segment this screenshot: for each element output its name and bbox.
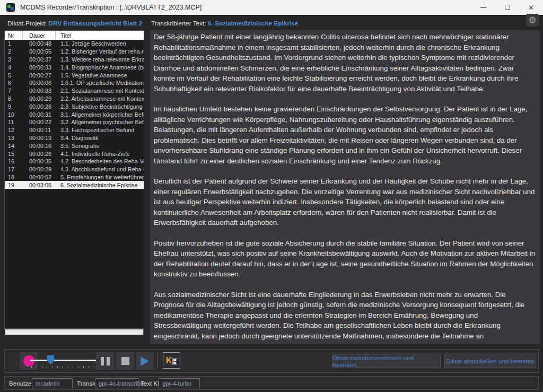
table-row[interactable]: 600:00:061.6.1. OP spezifische Medikatio… [5, 79, 144, 87]
transcript-label: Transkribierter Text: [151, 20, 206, 27]
cell-nr: 6 [5, 79, 23, 87]
user-field[interactable]: mcadmin [32, 378, 73, 388]
transcript-section-title: 6. Sozialmedizinische Epikrise [208, 20, 298, 27]
cell-nr: 9 [5, 102, 23, 110]
minimize-button[interactable] [471, 0, 495, 15]
transcript-paragraph: Positiv hervorzuheben ist die gute sozia… [154, 238, 536, 280]
cell-nr: 19 [5, 181, 23, 189]
cell-dauer: 00:00:37 [23, 56, 56, 64]
table-row[interactable]: 100:00:481.1. Jetzige Beschwerden [5, 40, 144, 48]
cell-dauer: 00:00:22 [23, 118, 56, 126]
cell-titel: 2.3. Subjektive Beeinträchtigung der Akt… [56, 102, 144, 110]
close-button[interactable]: ✕ [519, 0, 543, 15]
cell-dauer: 00:00:55 [23, 48, 56, 56]
cell-nr: 17 [5, 165, 23, 173]
table-row[interactable]: 1100:00:223.2. Allgemeiner psychischer B… [5, 118, 144, 126]
table-row[interactable]: 1400:00:163.5. Sonografie [5, 142, 144, 150]
cell-titel: 4.3. Abschlussbefund und Reha-Ergebnis [56, 165, 144, 173]
column-header-dauer[interactable]: Dauer [23, 31, 56, 40]
table-row[interactable]: 1800:00:525. Empfehlungen für weiterführ… [5, 173, 144, 181]
cell-titel: 1.6.1. OP spezifische Medikation [56, 79, 144, 87]
maximize-icon [505, 5, 510, 10]
transcript-paragraph: Der 58-jährige Patient mit einer langjäh… [154, 32, 536, 94]
cell-titel: 2.2. Arbeitsanamnese mit Kontextfaktoren [56, 95, 144, 103]
table-row[interactable]: 200:00:551.2. Bisheriger Verlauf der reh… [5, 48, 144, 56]
transcript-paragraph: Aus sozialmedizinischer Sicht ist eine d… [154, 290, 536, 344]
cell-dauer: 00:00:29 [23, 95, 56, 103]
maximize-button[interactable] [495, 0, 519, 15]
cell-dauer: 00:00:16 [23, 142, 56, 150]
cell-nr: 13 [5, 134, 23, 142]
slider-thumb[interactable] [47, 355, 54, 364]
transcriber-field[interactable]: gpt-4o-transcribe [95, 378, 138, 388]
table-horizontal-scrollbar[interactable] [5, 329, 144, 335]
table-row[interactable]: 900:00:262.3. Subjektive Beeinträchtigun… [5, 102, 144, 110]
table-row[interactable]: 700:00:332.1. Sozialanamnese mit Kontext… [5, 87, 144, 95]
cell-dauer: 00:00:27 [23, 71, 56, 79]
cell-titel: 1.5. Vegetative Anamnese [56, 71, 144, 79]
stop-icon [121, 357, 129, 365]
cell-nr: 11 [5, 118, 23, 126]
app-icon [6, 3, 15, 12]
cell-dauer: 00:00:48 [23, 40, 56, 48]
table-row[interactable]: 1500:00:264.1. Individuelle Reha-Ziele [5, 150, 144, 158]
transcript-text[interactable]: Der 58-jährige Patient mit einer langjäh… [150, 30, 540, 344]
cell-nr: 15 [5, 150, 23, 158]
cell-titel: 1.4. Biographische Anamnese (bei psychis… [56, 63, 144, 71]
table-row[interactable]: 1000:00:313.1. Allgemeiner körperlicher … [5, 110, 144, 118]
transcript-paragraph: Im häuslichen Umfeld bestehen keine grav… [154, 104, 536, 166]
play-button[interactable] [136, 352, 154, 370]
table-row[interactable]: 1900:03:056. Sozialmedizinische Epikrise [5, 181, 144, 189]
project-table-body: 100:00:481.1. Jetzige Beschwerden200:00:… [5, 40, 144, 328]
table-row[interactable]: 1600:00:354.2. Besonderheiten des Reha-V… [5, 158, 144, 165]
table-row[interactable]: 800:00:292.2. Arbeitsanamnese mit Kontex… [5, 95, 144, 103]
textki-field[interactable]: gpt-4-turbo [159, 378, 200, 388]
slider-track[interactable] [30, 360, 97, 361]
cell-nr: 14 [5, 142, 23, 150]
cell-titel: 1.1. Jetzige Beschwerden [56, 40, 144, 48]
cell-dauer: 00:00:26 [23, 102, 56, 110]
table-row[interactable]: 500:00:271.5. Vegetative Anamnese [5, 71, 144, 79]
table-row[interactable]: 400:00:331.4. Biographische Anamnese (be… [5, 63, 144, 71]
stop-button[interactable] [116, 352, 134, 370]
project-name: DRV Entlassungsbericht Blatt 2 [48, 20, 142, 27]
column-header-titel[interactable]: Titel [56, 31, 144, 40]
cell-nr: 5 [5, 71, 23, 79]
table-row[interactable]: 300:00:371.3. Weitere reha-relevante Erk… [5, 56, 144, 64]
pause-icon [101, 357, 110, 365]
cell-titel: 3.4. Diagnostik [56, 134, 144, 142]
cell-dauer: 00:00:33 [23, 63, 56, 71]
save-and-exit-button[interactable]: Diktat zwischenspeichern und beenden. [332, 354, 441, 368]
column-header-nr[interactable]: Nr [5, 31, 23, 40]
textki-label: Text KI: [141, 380, 161, 387]
cell-dauer: 00:00:31 [23, 110, 56, 118]
cell-dauer: 00:00:19 [23, 134, 56, 142]
toolbar-separator [157, 353, 157, 369]
cell-titel: 2.1. Sozialanamnese mit Kontextfaktoren [56, 87, 144, 95]
window-title: MCDMS Recorder/Transkription : [..\DRVBL… [20, 4, 202, 11]
cell-dauer: 00:00:33 [23, 87, 56, 95]
cell-titel: 1.3. Weitere reha-relevante Erkrankungen… [56, 56, 144, 64]
cell-titel: 3.2. Allgemeiner psychischer Befund [56, 118, 144, 126]
table-row[interactable]: 1300:00:193.4. Diagnostik [5, 134, 144, 142]
cell-nr: 7 [5, 87, 23, 95]
dictation-table: Nr Dauer Titel 100:00:481.1. Jetzige Bes… [4, 30, 144, 329]
cell-titel: 6. Sozialmedizinische Epikrise [56, 181, 144, 189]
cell-nr: 16 [5, 158, 23, 165]
cell-nr: 2 [5, 48, 23, 56]
cell-titel: 1.2. Bisheriger Verlauf der reha-relevan… [56, 48, 144, 56]
cell-nr: 1 [5, 40, 23, 48]
finish-and-exit-button[interactable]: Diktat abschließen und beenden [444, 354, 536, 368]
position-slider[interactable] [30, 350, 97, 372]
cell-nr: 4 [5, 63, 23, 71]
cell-dauer: 00:00:52 [23, 173, 56, 181]
cell-titel: 5. Empfehlungen für weiterführende Maßn. [56, 173, 144, 181]
ki-transcribe-button[interactable]: K [163, 352, 180, 369]
pause-button[interactable] [96, 352, 114, 370]
cell-nr: 18 [5, 173, 23, 181]
cell-dauer: 00:00:06 [23, 79, 56, 87]
table-row[interactable]: 1700:00:294.3. Abschlussbefund und Reha-… [5, 165, 144, 173]
settings-button[interactable]: ⚙ [526, 14, 539, 27]
table-row[interactable]: 1200:00:113.3. Fachspezifischer Befund [5, 126, 144, 134]
window-controls: ✕ [471, 0, 543, 15]
